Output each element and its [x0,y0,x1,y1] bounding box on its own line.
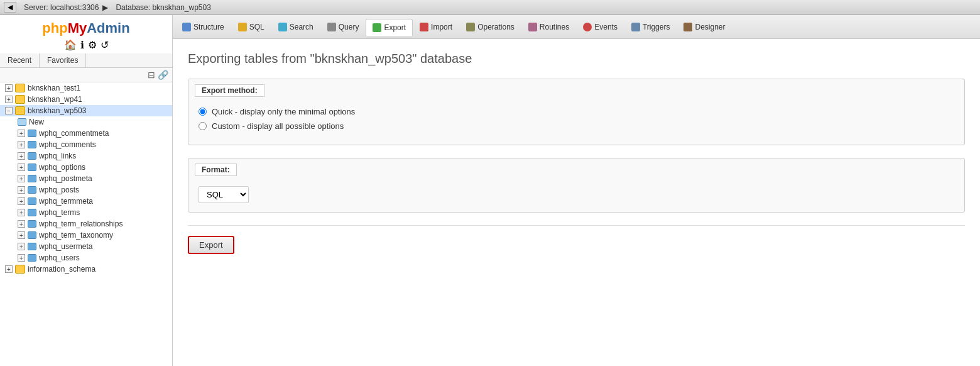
structure-icon [182,23,191,31]
back-button[interactable]: ◀ [4,2,16,13]
tab-triggers[interactable]: Triggers [624,18,677,35]
db-label-wp41: bknskhan_wp41 [28,95,82,104]
toggle-wp503[interactable]: − [5,107,13,114]
info-icon[interactable]: ℹ [80,39,84,51]
logo: phpMyAdmin [42,20,129,36]
export-method-section: Export method: Quick - display only the … [188,79,965,145]
recent-tab[interactable]: Recent [0,53,40,67]
export-icon [373,23,381,32]
table-item-options[interactable]: + wphq_options [0,162,172,173]
table-icon-term-rel [28,220,36,228]
db-icon-test1 [15,84,25,92]
toggle-comments[interactable]: + [18,141,25,148]
db-item-infoschema[interactable]: + information_schema [0,263,172,275]
table-icon-terms [28,209,36,216]
table-icon-postmeta [28,175,36,182]
db-item-wp503[interactable]: − bknskhan_wp503 [0,105,172,116]
table-icon-links [28,152,36,160]
quick-label: Quick - display only the minimal options [212,107,355,116]
table-label-comments: wphq_comments [39,140,96,149]
table-item-term-rel[interactable]: + wphq_term_relationships [0,218,172,230]
tab-designer[interactable]: Designer [677,18,732,35]
toggle-infoschema[interactable]: + [5,265,13,273]
table-label-term-rel: wphq_term_relationships [39,219,122,228]
db-icon-infoschema [15,265,25,274]
table-item-links[interactable]: + wphq_links [0,150,172,162]
toggle-postmeta[interactable]: + [18,175,25,182]
toggle-terms[interactable]: + [18,209,25,216]
top-bar: ◀ Server: localhost:3306 ▶ Database: bkn… [0,0,980,15]
toggle-term-tax[interactable]: + [18,231,25,239]
toggle-test1[interactable]: + [5,84,13,92]
toggle-termmeta[interactable]: + [18,197,25,205]
table-label-termmeta: wphq_termmeta [39,197,93,206]
toggle-options[interactable]: + [18,164,25,171]
toggle-links[interactable]: + [18,152,25,160]
table-icon-term-tax [28,231,36,239]
logo-area: phpMyAdmin 🏠 ℹ ⚙ ↺ [0,15,172,53]
table-icon-usermeta [28,243,36,250]
tab-query[interactable]: Query [320,18,366,35]
tab-events[interactable]: Events [576,18,624,35]
link-icon[interactable]: 🔗 [158,70,168,80]
table-icon-comments [28,141,36,148]
toggle-posts[interactable]: + [18,186,25,194]
sql-icon [238,23,247,31]
sidebar-tools: ⊟ 🔗 [0,68,172,82]
server-label: Server: localhost:3306 [24,3,99,12]
table-item-term-tax[interactable]: + wphq_term_taxonomy [0,230,172,241]
export-button[interactable]: Export [188,236,234,254]
tab-sql[interactable]: SQL [231,18,271,35]
tab-structure[interactable]: Structure [175,18,231,35]
refresh-icon[interactable]: ↺ [101,39,109,51]
tab-import[interactable]: Import [413,18,459,35]
tab-export[interactable]: Export [366,19,413,36]
tab-routines[interactable]: Routines [521,18,576,35]
table-item-comments[interactable]: + wphq_comments [0,139,172,150]
db-label-wp503: bknskhan_wp503 [28,106,86,115]
favorites-tab[interactable]: Favorites [40,53,86,67]
db-icon-wp41 [15,95,25,104]
db-item-wp41[interactable]: + bknskhan_wp41 [0,94,172,105]
db-label-test1: bknskhan_test1 [28,84,80,92]
collapse-icon[interactable]: ⊟ [148,70,155,80]
table-item-termmeta[interactable]: + wphq_termmeta [0,196,172,207]
table-label-term-tax: wphq_term_taxonomy [39,231,113,240]
export-method-content: Quick - display only the minimal options… [188,97,964,145]
table-item-terms[interactable]: + wphq_terms [0,207,172,218]
tab-search[interactable]: Search [271,18,320,35]
db-tree: + bknskhan_test1 + bknskhan_wp41 − bknsk… [0,82,172,275]
table-item-posts[interactable]: + wphq_posts [0,184,172,196]
format-section: Format: SQL [188,158,965,213]
toggle-term-rel[interactable]: + [18,220,25,228]
table-item-users[interactable]: + wphq_users [0,252,172,263]
db-icon-wp503 [15,106,25,115]
toggle-commentmeta[interactable]: + [18,130,25,137]
tab-operations[interactable]: Operations [459,18,521,35]
format-select[interactable]: SQL [199,186,249,203]
table-item-usermeta[interactable]: + wphq_usermeta [0,241,172,252]
custom-radio[interactable] [199,122,207,130]
content-area: Exporting tables from "bknskhan_wp503" d… [173,39,980,366]
sidebar-tabs: Recent Favorites [0,53,172,68]
toggle-users[interactable]: + [18,254,25,262]
sidebar: phpMyAdmin 🏠 ℹ ⚙ ↺ Recent Favorites ⊟ 🔗 … [0,15,173,366]
separator-arrow: ▶ [102,3,108,12]
quick-radio[interactable] [199,108,207,116]
table-label-terms: wphq_terms [39,208,80,217]
db-item-test1[interactable]: + bknskhan_test1 [0,82,172,94]
table-item-postmeta[interactable]: + wphq_postmeta [0,173,172,184]
table-icon-termmeta [28,197,36,205]
query-icon [327,23,336,31]
home-icon[interactable]: 🏠 [64,39,77,51]
divider [188,225,965,226]
toggle-usermeta[interactable]: + [18,243,25,250]
table-label-options: wphq_options [39,163,85,172]
format-legend: Format: [195,164,237,176]
export-method-legend: Export method: [195,84,264,97]
table-item-commentmeta[interactable]: + wphq_commentmeta [0,128,172,139]
settings-icon[interactable]: ⚙ [88,39,97,51]
toggle-wp41[interactable]: + [5,96,13,103]
table-item-new[interactable]: New [0,116,172,128]
logo-my: My [68,20,87,36]
